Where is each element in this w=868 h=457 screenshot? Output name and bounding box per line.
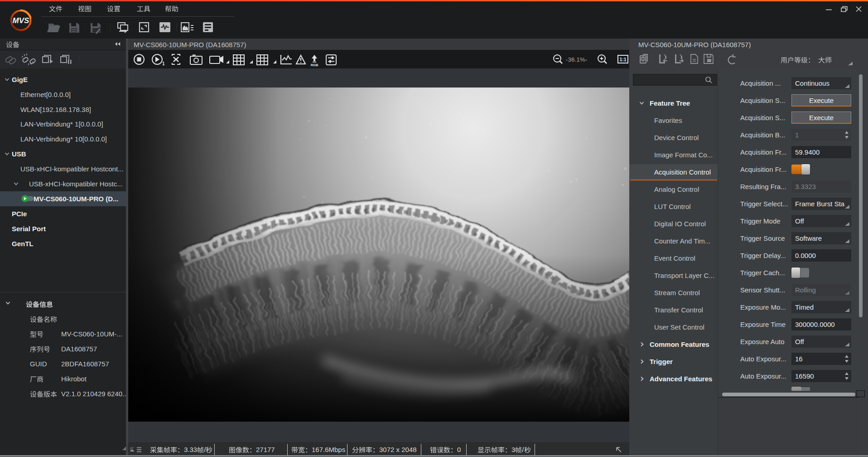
svg-text:RGB: RGB <box>311 63 318 67</box>
svg-text:1: 1 <box>162 61 165 66</box>
svg-text:1:1: 1:1 <box>619 57 626 62</box>
svg-text:MVS: MVS <box>13 16 30 25</box>
